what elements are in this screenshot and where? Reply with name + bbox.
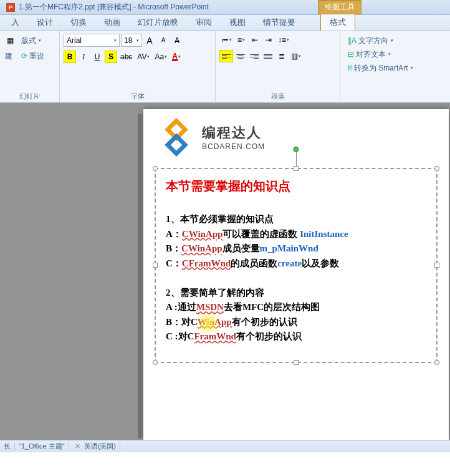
reset-button[interactable]: ⟳重设 <box>17 49 48 63</box>
resize-handle-nw[interactable] <box>153 166 158 171</box>
group-text-layout: ‖A文字方向▾ ⊟对齐文本▾ ⎘转换为 SmartArt▾ <box>340 31 446 102</box>
resize-handle-n[interactable] <box>294 166 299 171</box>
align-left-button[interactable] <box>219 50 233 62</box>
align-text-button[interactable]: ⊟对齐文本▾ <box>344 47 395 61</box>
underline-button[interactable]: U <box>91 51 103 63</box>
rotate-handle[interactable] <box>294 147 299 152</box>
strike-button[interactable]: abc <box>118 51 134 63</box>
logo-icon <box>157 118 196 157</box>
resize-handle-ne[interactable] <box>434 166 439 171</box>
status-left: 长 <box>0 442 15 451</box>
chevron-down-icon: ▾ <box>287 37 289 42</box>
slide-canvas[interactable]: 编程达人 BCDAREN.COM 本节需要掌握的知识点 1、本节必须掌握的知识点… <box>0 103 450 452</box>
ribbon-tabs: 入 设计 切换 动画 幻灯片放映 审阅 视图 情节提要 格式 <box>0 15 450 31</box>
change-case-button[interactable]: Aa▾ <box>153 51 169 63</box>
chevron-down-icon: ▾ <box>242 37 245 42</box>
text-direction-button[interactable]: ‖A文字方向▾ <box>344 34 397 47</box>
shadow-button[interactable]: S <box>105 51 117 63</box>
ribbon: ▦ 版式▾ 建 ⟳重设 幻灯片 Arial▾ 18▾ A A A̶ B I U <box>0 31 450 103</box>
slide[interactable]: 编程达人 BCDAREN.COM 本节需要掌握的知识点 1、本节必须掌握的知识点… <box>143 109 449 440</box>
tab-format[interactable]: 格式 <box>320 14 355 31</box>
drawing-tools-tab-header: 绘图工具 <box>318 0 361 14</box>
grow-font-button[interactable]: A <box>143 34 156 47</box>
logo-text-en: BCDAREN.COM <box>202 142 265 151</box>
font-name-select[interactable]: Arial▾ <box>64 34 120 47</box>
powerpoint-icon: P <box>6 3 15 12</box>
titlebar: P 1.第一个MFC程序2.ppt [兼容模式] - Microsoft Pow… <box>0 0 450 15</box>
align-justify-button[interactable] <box>262 50 274 62</box>
bold-button[interactable]: B <box>64 51 76 63</box>
new-slide-icon[interactable]: ▦ <box>4 34 16 47</box>
layout-button[interactable]: 版式▾ <box>17 34 45 47</box>
tab-story[interactable]: 情节提要 <box>254 14 304 31</box>
chevron-down-icon: ▾ <box>136 38 139 43</box>
bullets-button[interactable]: ≔▾ <box>219 34 234 46</box>
chevron-down-icon: ▾ <box>165 54 167 59</box>
font-color-button[interactable]: A▾ <box>170 51 183 63</box>
italic-button[interactable]: I <box>77 51 90 63</box>
resize-handle-sw[interactable] <box>153 360 158 365</box>
tab-design[interactable]: 设计 <box>28 14 62 31</box>
close-icon[interactable]: ✕ <box>73 442 82 450</box>
chevron-down-icon: ▾ <box>391 38 393 43</box>
tab-animation[interactable]: 动画 <box>95 14 129 31</box>
increase-indent-button[interactable]: ⇥ <box>262 34 275 46</box>
textbox-selected[interactable]: 本节需要掌握的知识点 1、本节必须掌握的知识点 A：CWinApp可以覆盖的虚函… <box>155 168 438 363</box>
chevron-down-icon: ▾ <box>411 66 413 70</box>
align-right-button[interactable] <box>248 50 261 62</box>
resize-handle-w[interactable] <box>153 263 158 268</box>
chevron-down-icon: ▾ <box>388 52 391 57</box>
group-label-font: 字体 <box>64 92 211 102</box>
chevron-down-icon: ▾ <box>39 38 41 43</box>
tab-transition[interactable]: 切换 <box>62 14 95 31</box>
window-title: 1.第一个MFC程序2.ppt [兼容模式] - Microsoft Power… <box>19 2 209 12</box>
group-paragraph: ≔▾ ≡▾ ⇤ ⇥ ↕≡▾ ≣ ▥▾ 段落 <box>216 31 340 102</box>
tab-view[interactable]: 视图 <box>221 14 254 31</box>
chevron-down-icon: ▾ <box>147 54 150 59</box>
clear-format-button[interactable]: A̶ <box>171 34 183 47</box>
chevron-down-icon: ▾ <box>114 38 117 43</box>
chevron-down-icon: ▾ <box>299 54 301 59</box>
group-label-slides: 幻灯片 <box>4 92 55 102</box>
status-bar: 长 "1_Office 主题" ✕ 英语(美国) <box>0 440 450 452</box>
resize-handle-se[interactable] <box>434 360 439 365</box>
tab-insert[interactable]: 入 <box>2 14 28 31</box>
shrink-font-button[interactable]: A <box>157 34 170 47</box>
align-center-button[interactable] <box>234 50 247 62</box>
tab-review[interactable]: 审阅 <box>187 14 221 31</box>
build-button[interactable]: 建 <box>4 49 16 63</box>
status-section[interactable]: "1_Office 主题" <box>15 442 69 451</box>
line-spacing-button[interactable]: ↕≡▾ <box>276 34 291 46</box>
smartart-button[interactable]: ⎘转换为 SmartArt▾ <box>344 61 417 75</box>
resize-handle-e[interactable] <box>434 263 439 268</box>
status-language[interactable]: ✕ 英语(美国) <box>69 442 120 451</box>
columns-button[interactable]: ▥▾ <box>289 50 303 62</box>
font-size-select[interactable]: 18▾ <box>121 34 142 47</box>
group-slides: ▦ 版式▾ 建 ⟳重设 幻灯片 <box>0 31 60 102</box>
decrease-indent-button[interactable]: ⇤ <box>249 34 261 46</box>
group-label-paragraph: 段落 <box>219 92 336 102</box>
resize-handle-s[interactable] <box>294 360 299 365</box>
slide-content: 1、本节必须掌握的知识点 A：CWinApp可以覆盖的虚函数 InitInsta… <box>166 212 426 344</box>
distribute-button[interactable]: ≣ <box>275 50 288 62</box>
chevron-down-icon: ▾ <box>229 37 232 42</box>
char-spacing-button[interactable]: AV▾ <box>135 51 151 63</box>
logo-text-cn: 编程达人 <box>202 124 265 142</box>
group-font: Arial▾ 18▾ A A A̶ B I U S abc AV▾ Aa▾ A▾… <box>60 31 216 102</box>
numbering-button[interactable]: ≡▾ <box>235 34 247 46</box>
slide-title: 本节需要掌握的知识点 <box>166 178 426 195</box>
tab-slideshow[interactable]: 幻灯片放映 <box>129 14 187 31</box>
svg-rect-1 <box>168 136 185 153</box>
chevron-down-icon: ▾ <box>178 54 181 59</box>
